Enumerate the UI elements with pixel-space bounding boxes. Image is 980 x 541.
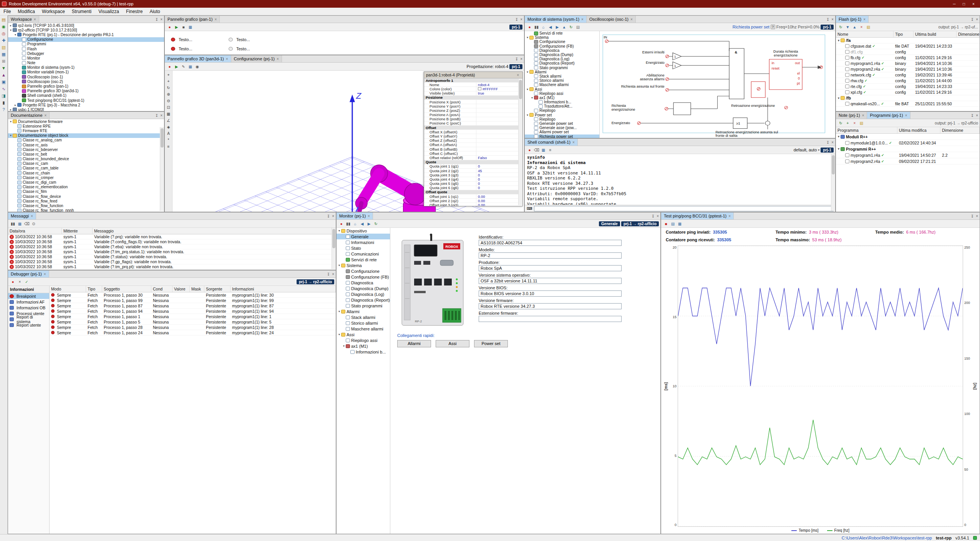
close-icon[interactable] <box>572 140 575 144</box>
pause-icon[interactable]: ▮▮ <box>533 24 540 30</box>
tree-item[interactable]: ▾ ax1 (M1) <box>337 343 390 349</box>
table-row[interactable]: Sempre Fetch Processo 1, passo 5 Nessuna… <box>50 319 336 325</box>
close-icon[interactable]: × <box>976 214 978 218</box>
tree-item[interactable]: Firmware RTE <box>8 128 164 133</box>
quick-link-button[interactable]: Power set <box>474 340 508 347</box>
record-icon[interactable]: ● <box>166 24 173 30</box>
forward-icon[interactable]: ▶ <box>366 221 372 227</box>
property-row[interactable]: Offset joint 2 (oj2) 0.00 <box>424 199 522 203</box>
breakpoint-icon[interactable] <box>51 331 55 334</box>
tree-item[interactable]: Stato <box>337 245 390 251</box>
expander-icon[interactable]: ▾ <box>13 33 17 37</box>
close-icon[interactable]: × <box>831 140 834 144</box>
table-row[interactable]: Sempre Fetch Processo 1, passo 28 Nessun… <box>50 325 336 330</box>
play-icon[interactable]: ▶ <box>173 24 180 30</box>
table-row[interactable]: Sempre Fetch Processo 1, passo 1 Nessuna… <box>50 314 336 319</box>
field-value[interactable]: OSF a 32bit versione 14.11.11 <box>479 278 622 284</box>
export-icon[interactable]: ▤ <box>575 24 581 30</box>
field-value[interactable]: Robox SpA <box>479 265 622 271</box>
table-row[interactable]: qmakeall-vs20... ✓ file BAT 25/11/2021 1… <box>836 101 980 107</box>
table-row[interactable]: myprogram1.r4a ✓ binary 19/04/2021 14:10… <box>836 61 980 66</box>
tree-item[interactable]: Monitor <box>8 56 164 60</box>
tree-item[interactable]: Classe rc_flow_function_nnnh <box>8 208 164 212</box>
expander-icon[interactable]: ▾ <box>837 147 841 151</box>
property-row[interactable]: Colore (color) #FFFFFF <box>424 87 522 91</box>
tree-item[interactable]: Monitor variabili (mon-1) <box>8 70 164 75</box>
tree-item[interactable]: ▾ Documentazione object block <box>8 133 164 138</box>
breakpoint-icon[interactable] <box>51 299 55 302</box>
tree-item[interactable]: Diagnostica (Log) <box>525 57 599 61</box>
tree-item[interactable]: ▾ Sistema <box>525 35 599 40</box>
tree-item[interactable]: Comunicazioni <box>337 251 390 257</box>
pin-icon[interactable]: ↧ <box>155 113 158 118</box>
tree-item[interactable]: Pannello grafico (pan-1) <box>8 84 164 88</box>
tree-item[interactable]: Diagnostica (Report) <box>337 297 390 303</box>
table-row[interactable]: Sempre Fetch Processo 1, passo 30 Nessun… <box>50 292 336 298</box>
forward-icon[interactable]: ▶ <box>554 24 560 30</box>
tree-item[interactable]: Storico allarmi <box>525 78 599 83</box>
tree-item[interactable]: Classe rc_analog_cam <box>8 138 164 143</box>
close-icon[interactable]: × <box>332 214 334 218</box>
tree-item[interactable]: Riepilogo <box>525 117 599 121</box>
tree-item[interactable]: ▸ Progetto RTE (prj-3) - Macchina 2 <box>8 103 164 107</box>
write-flash-icon[interactable]: ▼ <box>844 24 851 30</box>
property-row[interactable]: Posizione <box>424 96 522 100</box>
close-icon[interactable]: × <box>520 57 522 61</box>
folder-icon[interactable]: ▧ <box>865 24 872 30</box>
help-icon[interactable]: ? <box>771 25 775 29</box>
tree-item[interactable]: Trasduttore/Att... <box>525 104 599 108</box>
close-icon[interactable] <box>862 113 864 118</box>
tree-item[interactable]: Classe rc_chain <box>8 171 164 175</box>
close-icon[interactable] <box>226 56 228 61</box>
scrollbar[interactable] <box>518 79 522 205</box>
menu-item[interactable]: Aiuto <box>146 8 163 15</box>
tree-item[interactable]: Classe rc_crimper <box>8 175 164 180</box>
pin-icon[interactable]: ↧ <box>971 17 974 22</box>
panel-widget[interactable]: Testo... <box>171 46 229 51</box>
tab-shell[interactable]: Shell comandi (shell-1) <box>525 139 578 146</box>
breakpoint-icon[interactable] <box>51 293 55 297</box>
expander-icon[interactable]: ▾ <box>837 39 841 42</box>
table-row[interactable]: rte.cfg ✓ config 19/04/2021 14:23:33 <box>836 84 980 90</box>
grid-toggle-icon[interactable]: ▦ <box>166 111 172 117</box>
oscilloscope-icon[interactable]: ∿ <box>1 86 7 92</box>
close-icon[interactable]: × <box>160 17 163 22</box>
close-icon[interactable] <box>34 17 36 22</box>
enable-all-icon[interactable]: ✓ <box>23 279 30 285</box>
table-row[interactable]: myprogram2.r4a ✓ 09/02/2022 17:21:21 <box>836 158 980 164</box>
scrollbar[interactable] <box>332 228 336 269</box>
tree-item[interactable]: Note <box>8 61 164 65</box>
property-row[interactable]: Offset C (offsetC) <box>424 151 522 156</box>
expander-icon[interactable]: ▾ <box>9 28 13 32</box>
tree-item[interactable]: Classe rc_bounded_device <box>8 157 164 161</box>
tree-item[interactable]: ▾ Progetto RTE (prj-1) - Descrizione del… <box>8 32 164 37</box>
close-icon[interactable]: × <box>976 17 978 22</box>
expander-icon[interactable]: ▾ <box>530 96 534 100</box>
tree-item[interactable]: Richiesta power set <box>525 134 599 138</box>
camera-icon[interactable]: ◉ <box>194 63 201 70</box>
pin-icon[interactable]: ↧ <box>515 57 518 61</box>
settings-icon[interactable]: ≡ <box>547 147 554 153</box>
shell-command-input[interactable] <box>534 206 834 211</box>
chart-icon[interactable]: ▤ <box>670 221 676 227</box>
close-icon[interactable] <box>863 17 866 22</box>
close-icon[interactable]: × <box>657 214 659 218</box>
design-mode-icon[interactable]: ✎ <box>180 63 187 70</box>
text-icon[interactable]: A <box>166 131 172 136</box>
table-row[interactable]: ▾ /fa ✓ <box>836 38 980 43</box>
property-row[interactable]: Posizione X (posX) <box>424 100 522 104</box>
shell-icon[interactable]: ▮ <box>1 100 7 106</box>
expander-icon[interactable]: ▾ <box>526 36 529 39</box>
tree-item[interactable]: Classe rc_flow_function <box>8 203 164 208</box>
tree-item[interactable]: Oscilloscopio (osc-1) <box>8 75 164 79</box>
breakpoint-icon[interactable] <box>51 309 55 313</box>
new-project-icon[interactable]: ✚ <box>1 38 7 43</box>
tree-item[interactable]: Shell comandi (shell-1) <box>8 93 164 98</box>
tab[interactable]: Monitor di sistema (sysm-1) <box>525 16 587 23</box>
tree-item[interactable]: Classe rc_film <box>8 189 164 194</box>
tree-item[interactable]: Configurazione <box>337 268 390 274</box>
tree-item[interactable]: ▾ Documentazione firmware <box>8 119 164 124</box>
field-value[interactable]: Robox RTE versione 34.27.3 <box>479 303 622 309</box>
pin-icon[interactable]: ↧ <box>515 17 518 22</box>
property-row[interactable]: Offset A (offsetA) <box>424 143 522 147</box>
